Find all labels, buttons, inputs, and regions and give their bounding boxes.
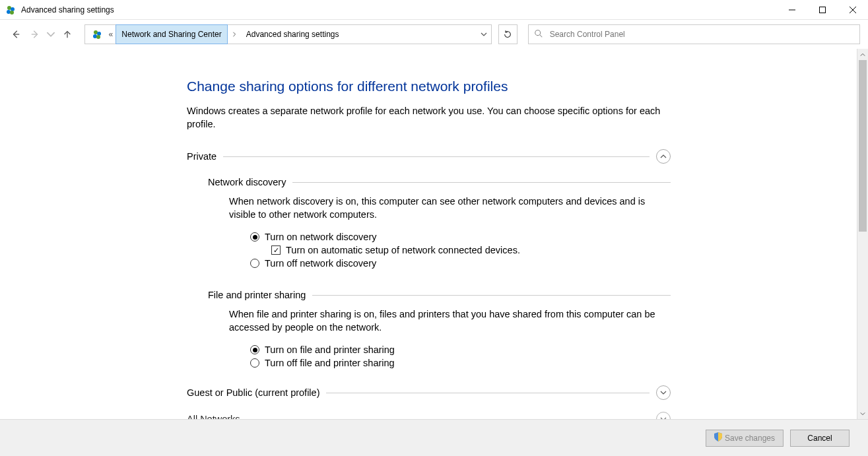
checkbox-auto-setup[interactable]: Turn on automatic setup of network conne… xyxy=(271,244,671,257)
svg-point-1 xyxy=(535,30,540,35)
radio-label: Turn on file and printer sharing xyxy=(265,344,395,355)
divider xyxy=(223,156,650,157)
radio-icon xyxy=(250,232,259,242)
crumb-current[interactable]: Advanced sharing settings xyxy=(241,25,345,44)
checkbox-icon xyxy=(271,245,281,255)
save-changes-button[interactable]: Save changes xyxy=(706,430,784,447)
content-scroll-area: Change sharing options for different net… xyxy=(0,49,868,419)
profile-private-label: Private xyxy=(187,151,217,162)
shield-icon xyxy=(714,432,722,443)
divider xyxy=(326,393,650,393)
page-description: Windows creates a separate network profi… xyxy=(187,105,671,131)
divider xyxy=(292,182,671,183)
crumb-network-and-sharing-center[interactable]: Network and Sharing Center xyxy=(116,24,227,44)
refresh-button[interactable] xyxy=(498,24,517,44)
radio-icon xyxy=(250,259,259,268)
radio-label: Turn off file and printer sharing xyxy=(265,358,395,368)
radio-file-printer-on[interactable]: Turn on file and printer sharing xyxy=(250,343,671,356)
up-button[interactable] xyxy=(59,26,75,42)
vertical-scrollbar[interactable] xyxy=(857,49,868,419)
radio-icon xyxy=(250,358,259,368)
save-label: Save changes xyxy=(725,434,775,443)
file-printer-title: File and printer sharing xyxy=(208,290,306,300)
window-controls xyxy=(777,0,868,20)
radio-network-discovery-on[interactable]: Turn on network discovery xyxy=(250,230,671,244)
radio-label: Turn off network discovery xyxy=(265,258,376,269)
address-bar[interactable]: « Network and Sharing Center Advanced sh… xyxy=(84,24,492,44)
footer-bar: Save changes Cancel xyxy=(0,419,868,456)
radio-label: Turn on network discovery xyxy=(265,232,377,242)
profile-guest-public-header[interactable]: Guest or Public (current profile) xyxy=(187,385,671,400)
scroll-down-icon[interactable] xyxy=(857,408,868,419)
address-root-icon[interactable] xyxy=(85,25,106,44)
svg-rect-0 xyxy=(820,7,826,13)
crumb-current-label: Advanced sharing settings xyxy=(246,30,339,39)
page-title: Change sharing options for different net… xyxy=(187,79,671,94)
radio-file-printer-off[interactable]: Turn off file and printer sharing xyxy=(250,356,671,370)
nav-bar: « Network and Sharing Center Advanced sh… xyxy=(0,20,868,49)
close-button[interactable] xyxy=(838,0,868,20)
back-button[interactable] xyxy=(8,26,23,42)
maximize-button[interactable] xyxy=(807,0,838,20)
search-icon xyxy=(534,29,543,40)
scrollbar-thumb[interactable] xyxy=(859,60,867,232)
search-box[interactable] xyxy=(528,24,860,44)
profile-private-header[interactable]: Private xyxy=(187,149,671,164)
search-input[interactable] xyxy=(549,29,854,40)
window-title: Advanced sharing settings xyxy=(21,5,114,15)
chevron-up-icon[interactable] xyxy=(656,149,671,164)
profile-all-networks-header[interactable]: All Networks xyxy=(187,412,671,419)
checkbox-label: Turn on automatic setup of network conne… xyxy=(286,245,520,255)
divider xyxy=(312,295,671,296)
crumb-link-label: Network and Sharing Center xyxy=(121,30,221,39)
section-file-printer-sharing: File and printer sharing When file and p… xyxy=(208,290,671,370)
profile-guest-label: Guest or Public (current profile) xyxy=(187,387,319,398)
address-history-dropdown[interactable] xyxy=(477,25,491,44)
radio-network-discovery-off[interactable]: Turn off network discovery xyxy=(250,257,671,270)
app-icon xyxy=(5,5,16,15)
chevron-down-icon[interactable] xyxy=(656,385,671,400)
section-network-discovery: Network discovery When network discovery… xyxy=(208,177,671,270)
crumb-chevron-icon[interactable] xyxy=(228,25,241,44)
title-bar: Advanced sharing settings xyxy=(0,0,868,20)
crumb-overflow[interactable]: « xyxy=(106,25,116,44)
radio-icon xyxy=(250,345,259,354)
network-discovery-description: When network discovery is on, this compu… xyxy=(229,195,671,221)
forward-button[interactable] xyxy=(27,26,42,42)
cancel-button[interactable]: Cancel xyxy=(790,430,850,447)
content: Change sharing options for different net… xyxy=(187,49,671,419)
minimize-button[interactable] xyxy=(777,0,807,20)
network-discovery-title: Network discovery xyxy=(208,177,286,187)
chevron-down-icon[interactable] xyxy=(656,412,671,419)
profile-all-label: All Networks xyxy=(187,414,240,419)
scroll-up-icon[interactable] xyxy=(857,49,868,60)
recent-dropdown[interactable] xyxy=(46,26,55,42)
file-printer-description: When file and printer sharing is on, fil… xyxy=(229,308,671,334)
cancel-label: Cancel xyxy=(807,434,832,443)
